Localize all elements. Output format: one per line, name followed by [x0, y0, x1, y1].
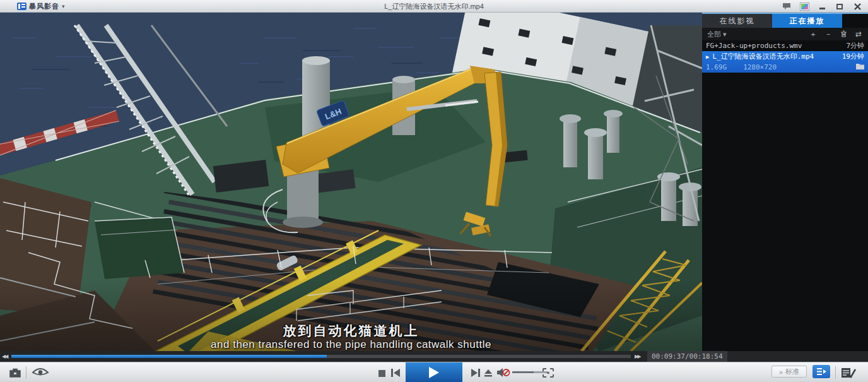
playlist-item-1[interactable]: FG+Jack-up+products.wmv 7分钟 — [702, 40, 868, 51]
close-icon — [854, 3, 861, 10]
volume-muted-icon — [496, 367, 510, 378]
catwalk-hopper — [95, 217, 184, 279]
tab-now-playing[interactable]: 正在播放 — [772, 14, 842, 28]
mute-button[interactable] — [496, 367, 511, 378]
notes-check-icon — [841, 367, 856, 379]
time-display: 00:09:37/00:18:54 — [647, 351, 727, 362]
subtitle-english: and then transfered to the pipe handling… — [0, 338, 702, 351]
seek-bar[interactable] — [11, 355, 631, 358]
add-icon[interactable]: ＋ — [809, 30, 818, 39]
fast-forward-icon[interactable]: ▶▶ — [635, 352, 640, 361]
previous-button[interactable] — [390, 367, 401, 378]
skin-button[interactable] — [799, 2, 810, 11]
playlist-panel: 在线影视 正在播放 全部 ▾ ＋ － ⇄ FG+Jack-up+products… — [702, 13, 868, 351]
feedback-button[interactable] — [781, 2, 792, 11]
stop-icon — [378, 370, 385, 377]
playlist-toggle-icon — [816, 367, 826, 376]
now-playing-icon: ▶ — [706, 54, 709, 60]
refresh-icon[interactable]: ⇄ — [854, 30, 863, 39]
file-size: 1.69G — [706, 63, 727, 71]
title-bar: 暴风影音 ▾ L_辽宁陆海设备汉语无水印.mp4 — [0, 0, 868, 13]
play-button[interactable] — [406, 362, 462, 382]
progress-fill — [11, 355, 327, 358]
video-frame-offshore-rig-scene: L&H — [0, 13, 702, 351]
video-display-area[interactable]: L&H — [0, 13, 702, 351]
play-settings-button[interactable] — [840, 366, 857, 379]
playlist-toggle-button[interactable] — [812, 365, 830, 378]
volume-fill — [512, 371, 534, 373]
previous-icon — [391, 369, 400, 377]
play-icon — [429, 367, 439, 378]
eject-button[interactable] — [483, 367, 494, 378]
skin-icon — [801, 3, 809, 10]
speed-standard-button[interactable]: » 标准 — [771, 366, 807, 378]
media-player-window: 暴风影音 ▾ L_辽宁陆海设备汉语无水印.mp4 — [0, 0, 868, 382]
playlist-item-2-active[interactable]: ▶ L_辽宁陆海设备汉语无水印.mp4 19分钟 1.69G 1280×720 — [702, 51, 868, 73]
eye-icon — [32, 367, 49, 378]
minimize-button[interactable] — [816, 2, 828, 11]
eye-protect-button[interactable] — [30, 366, 50, 379]
divider — [26, 366, 26, 379]
playlist-toolbar: 全部 ▾ ＋ － ⇄ — [702, 28, 868, 40]
eject-icon — [484, 369, 493, 377]
tab-online-video[interactable]: 在线影视 — [702, 14, 772, 28]
next-icon — [471, 369, 480, 377]
trash-icon[interactable] — [839, 30, 848, 39]
control-bar: » 标准 — [0, 362, 868, 382]
filter-all-dropdown[interactable]: 全部 ▾ — [707, 30, 727, 39]
comment-icon — [782, 3, 791, 10]
speed-chevrons: » — [779, 368, 783, 376]
toolbox-button[interactable] — [9, 367, 21, 378]
close-button[interactable] — [852, 2, 863, 11]
maximize-button[interactable] — [834, 2, 845, 11]
filter-caret-icon: ▾ — [723, 30, 727, 39]
subtitle-chinese: 放到自动化猫道机上 — [0, 322, 702, 340]
playlist: FG+Jack-up+products.wmv 7分钟 ▶ L_辽宁陆海设备汉语… — [702, 40, 868, 73]
panel-tabs: 在线影视 正在播放 — [702, 14, 868, 28]
seek-strip: ◀◀ ▶▶ 00:09:37/00:18:54 — [0, 351, 868, 362]
fullscreen-icon — [542, 368, 554, 378]
fullscreen-button[interactable] — [541, 367, 555, 378]
playlist-item-1-duration: 7分钟 — [846, 41, 864, 51]
open-folder-icon[interactable] — [856, 63, 864, 71]
speed-standard-label: 标准 — [785, 367, 799, 376]
divider — [835, 366, 836, 379]
remove-icon[interactable]: － — [824, 30, 833, 39]
toolbox-icon — [9, 368, 21, 378]
file-resolution: 1280×720 — [743, 63, 777, 71]
minimize-icon — [819, 8, 825, 9]
window-title: L_辽宁陆海设备汉语无水印.mp4 — [0, 2, 868, 11]
stop-button[interactable] — [377, 369, 386, 378]
rewind-icon[interactable]: ◀◀ — [2, 352, 7, 361]
next-button[interactable] — [470, 367, 481, 378]
playlist-item-2-duration: 19分钟 — [842, 52, 864, 61]
maximize-icon — [836, 4, 843, 9]
